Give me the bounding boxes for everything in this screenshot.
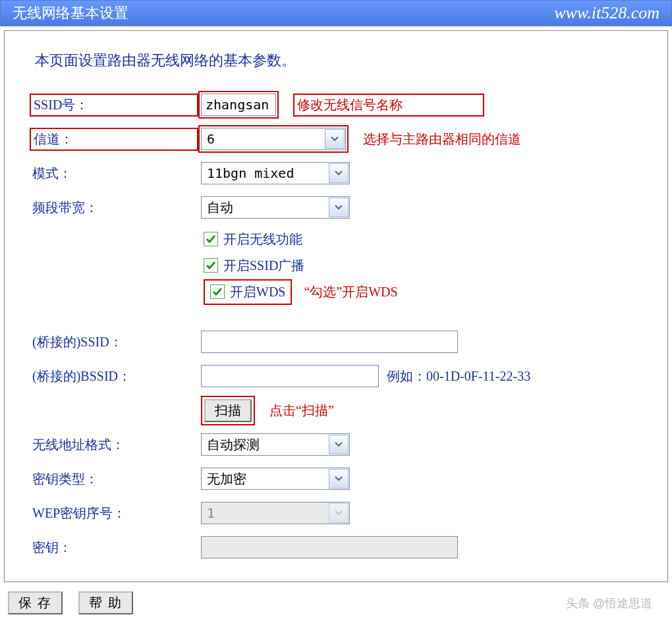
chevron-down-icon bbox=[329, 469, 349, 489]
row-key-type: 密钥类型： 无加密 bbox=[30, 463, 642, 495]
titlebar: 无线网络基本设置 www.it528.com bbox=[0, 0, 672, 26]
mode-select[interactable]: 11bgn mixed bbox=[201, 162, 350, 184]
scan-button[interactable]: 扫描 bbox=[204, 399, 252, 422]
row-ssid: SSID号： 修改无线信号名称 bbox=[30, 89, 642, 121]
note-channel: 选择与主路由器相同的信道 bbox=[363, 130, 521, 148]
chevron-down-icon bbox=[325, 129, 345, 149]
row-bridge-ssid: (桥接的)SSID： bbox=[30, 326, 642, 358]
bandwidth-select[interactable]: 自动 bbox=[201, 196, 350, 219]
chevron-down-icon bbox=[329, 503, 349, 523]
label-mode: 模式： bbox=[30, 165, 201, 182]
row-channel: 信道： 6 选择与主路由器相同的信道 bbox=[30, 123, 642, 155]
row-mode: 模式： 11bgn mixed bbox=[30, 157, 642, 189]
label-bandwidth: 频段带宽： bbox=[30, 199, 201, 217]
note-scan: 点击“扫描” bbox=[269, 402, 334, 420]
note-wds: “勾选”开启WDS bbox=[304, 283, 397, 301]
chevron-down-icon bbox=[329, 198, 349, 217]
checkbox-wds[interactable] bbox=[210, 284, 225, 299]
key-type-select[interactable]: 无加密 bbox=[201, 468, 350, 490]
key-input bbox=[201, 536, 458, 558]
row-cb-ssid: 开启SSID广播 bbox=[204, 252, 642, 279]
hint-bssid: 例如：00-1D-0F-11-22-33 bbox=[387, 367, 530, 385]
checkbox-wireless[interactable] bbox=[204, 232, 218, 246]
row-bridge-bssid: (桥接的)BSSID： 例如：00-1D-0F-11-22-33 bbox=[30, 360, 642, 392]
addr-fmt-select[interactable]: 自动探测 bbox=[201, 433, 350, 456]
label-bridge-ssid: (桥接的)SSID： bbox=[30, 333, 201, 351]
note-ssid: 修改无线信号名称 bbox=[293, 94, 484, 117]
wep-idx-select: 1 bbox=[201, 502, 350, 524]
help-button[interactable]: 帮 助 bbox=[78, 591, 133, 614]
chevron-down-icon bbox=[329, 435, 349, 454]
row-wep-idx: WEP密钥序号： 1 bbox=[30, 497, 642, 529]
row-cb-wds: 开启WDS “勾选”开启WDS bbox=[204, 279, 642, 305]
cb-ssid-label: 开启SSID广播 bbox=[223, 257, 304, 275]
row-scan: 扫描 点击“扫描” bbox=[30, 394, 642, 426]
watermark: 头条 @悟途思道 bbox=[566, 595, 652, 611]
row-bandwidth: 频段带宽： 自动 bbox=[30, 192, 642, 223]
channel-select[interactable]: 6 bbox=[201, 128, 346, 150]
label-key: 密钥： bbox=[30, 539, 201, 556]
label-bridge-bssid: (桥接的)BSSID： bbox=[30, 367, 201, 385]
ssid-input[interactable] bbox=[201, 94, 276, 116]
settings-panel: 本页面设置路由器无线网络的基本参数。 SSID号： 修改无线信号名称 信道： 6… bbox=[4, 30, 668, 582]
label-ssid: SSID号： bbox=[30, 94, 198, 117]
cb-wireless-label: 开启无线功能 bbox=[223, 230, 302, 248]
intro-text: 本页面设置路由器无线网络的基本参数。 bbox=[35, 51, 642, 70]
save-button[interactable]: 保 存 bbox=[8, 591, 63, 614]
bridge-ssid-input[interactable] bbox=[201, 331, 458, 353]
chevron-down-icon bbox=[329, 163, 349, 183]
bridge-bssid-input[interactable] bbox=[201, 365, 379, 387]
label-key-type: 密钥类型： bbox=[30, 470, 201, 488]
cb-wds-label: 开启WDS bbox=[230, 283, 285, 301]
site-url: www.it528.com bbox=[554, 3, 659, 23]
row-addr-fmt: 无线地址格式： 自动探测 bbox=[30, 429, 642, 460]
label-addr-fmt: 无线地址格式： bbox=[30, 436, 201, 454]
label-channel: 信道： bbox=[30, 128, 198, 151]
row-key: 密钥： bbox=[30, 531, 642, 563]
label-wep-idx: WEP密钥序号： bbox=[30, 504, 201, 522]
row-cb-wireless: 开启无线功能 bbox=[204, 226, 642, 252]
title: 无线网络基本设置 bbox=[13, 3, 128, 23]
checkbox-ssid[interactable] bbox=[204, 258, 218, 273]
